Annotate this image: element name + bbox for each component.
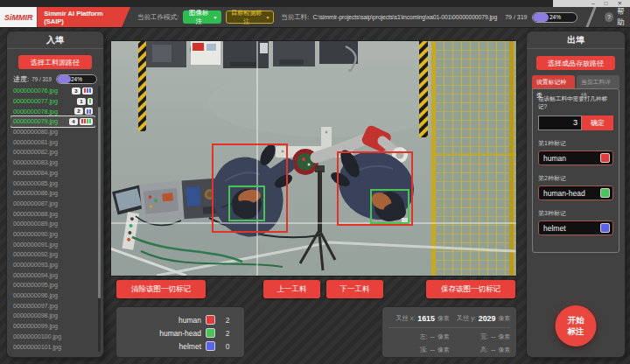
label-type-group: 第2种标记 human-head <box>538 174 613 200</box>
file-name: 0000000085.jpg <box>13 179 93 187</box>
file-name: 0000000086.jpg <box>13 189 93 197</box>
file-list-item[interactable]: 0000000095.jpg <box>10 280 95 290</box>
file-list-item[interactable]: 00000000100.jpg <box>10 332 95 342</box>
progress-label: 进度: <box>13 74 29 84</box>
file-name: 0000000092.jpg <box>13 250 93 258</box>
legend-color-swatch <box>206 341 215 351</box>
pixel-unit: 像素 <box>498 314 510 323</box>
file-list-item[interactable]: 0000000091.jpg <box>10 239 95 249</box>
label-name-input[interactable]: human-head <box>538 186 613 200</box>
label-color-swatch[interactable] <box>600 223 610 233</box>
save-all-marks-button[interactable]: 保存该图一切标记 <box>426 280 515 298</box>
image-canvas[interactable] <box>111 41 516 276</box>
progress-counter: 79 / 319 <box>505 14 527 20</box>
detection-annotation-mode-dropdown[interactable]: 目标检测标注 ▼ <box>226 10 274 24</box>
file-list-item[interactable]: 00000000101.jpg <box>10 341 95 352</box>
file-name: 0000000098.jpg <box>13 312 93 319</box>
start-annotation-button[interactable]: 开始 标注 <box>556 305 597 346</box>
label-legend: human 2 human-head 2 helmet 0 <box>116 307 244 357</box>
help-label: 帮助 <box>617 7 630 28</box>
file-list-item[interactable]: 0000000086.jpg <box>10 188 95 199</box>
file-list-item[interactable]: 0000000076.jpg 3 <box>10 86 95 96</box>
legend-label: helmet <box>125 342 201 351</box>
label-type-list: 第1种标记 human 第2种标记 human-head <box>538 139 613 235</box>
label-name-value: human <box>543 154 600 163</box>
file-list-scrollbar[interactable] <box>98 86 101 352</box>
legend-label: human-head <box>125 329 201 338</box>
label-color-swatch[interactable] <box>600 153 610 163</box>
hazard-pole-right <box>419 41 428 137</box>
label-type-group: 第1种标记 human <box>538 139 613 165</box>
label-type-caption: 第1种标记 <box>538 139 613 148</box>
progress-counter: 79 / 319 <box>32 76 52 82</box>
legend-count: 2 <box>220 316 235 325</box>
file-list-item[interactable]: 0000000081.jpg <box>10 136 95 147</box>
file-list-item[interactable]: 0000000085.jpg <box>10 178 95 188</box>
app-logo: SiMMIR <box>0 7 37 27</box>
right-panel-tabs: 设置标记种类 当前工料详情 <box>532 75 620 88</box>
file-name: 0000000093.jpg <box>13 261 93 269</box>
file-list-item[interactable]: 0000000098.jpg <box>10 311 95 321</box>
safety-fence <box>431 41 516 276</box>
annotation-color-chip <box>82 88 93 94</box>
file-name: 0000000094.jpg <box>13 271 93 279</box>
file-list-item[interactable]: 0000000092.jpg <box>10 249 95 260</box>
label-color-swatch[interactable] <box>600 188 610 198</box>
tab-set-label-types[interactable]: 设置标记种类 <box>532 75 575 88</box>
file-list-item[interactable]: 0000000082.jpg <box>10 147 95 158</box>
label-name-input[interactable]: helmet <box>538 220 613 235</box>
current-file-label: 当前工料: <box>281 13 309 22</box>
file-list-item[interactable]: 0000000096.jpg <box>10 290 95 301</box>
previous-item-button[interactable]: 上一工料 <box>263 280 320 298</box>
label-type-caption: 第3种标记 <box>538 209 613 218</box>
file-list-item[interactable]: 0000000088.jpg <box>10 208 95 219</box>
crosshair-y-value: 2029 <box>479 314 496 323</box>
camera-image <box>111 41 516 276</box>
pixel-unit: 像素 <box>438 332 450 341</box>
box-top-value: -- <box>430 346 435 354</box>
file-name: 0000000090.jpg <box>13 230 93 238</box>
label-count-input[interactable]: 3 <box>538 116 582 130</box>
work-mode-label: 当前工作模式: <box>137 13 178 22</box>
file-list-item[interactable]: 0000000080.jpg <box>10 127 95 137</box>
file-list-item[interactable]: 0000000094.jpg <box>10 270 95 280</box>
file-name: 0000000097.jpg <box>13 302 93 310</box>
file-list-item[interactable]: 0000000090.jpg <box>10 229 95 240</box>
file-list-item[interactable]: 0000000093.jpg <box>10 260 95 270</box>
coords-divider <box>388 327 510 328</box>
minimize-button[interactable]: – <box>592 0 595 7</box>
progress-percent: 24% <box>533 13 577 22</box>
select-output-path-button[interactable]: 选择成品存放路径 <box>536 56 615 70</box>
select-source-path-button[interactable]: 选择工料源路径 <box>18 55 92 69</box>
next-item-button[interactable]: 下一工料 <box>326 280 383 298</box>
file-name: 00000000101.jpg <box>13 343 93 351</box>
scrollbar-thumb[interactable] <box>98 107 101 298</box>
os-titlebar: – □ ✕ <box>0 0 630 7</box>
help-button[interactable]: ? 帮助 <box>605 7 630 28</box>
confirm-button[interactable]: 确定 <box>582 116 613 130</box>
label-type-group: 第3种标记 helmet <box>538 209 613 235</box>
file-name: 0000000079.jpg <box>13 117 67 125</box>
file-name: 0000000083.jpg <box>13 158 93 166</box>
file-list-item[interactable]: 0000000097.jpg <box>10 300 95 311</box>
file-list-item[interactable]: 0000000079.jpg 4 <box>10 116 95 127</box>
image-annotation-mode-dropdown[interactable]: 图像标注 ▼ <box>183 10 221 24</box>
file-list-item[interactable]: 0000000089.jpg <box>10 219 95 229</box>
file-name: 0000000076.jpg <box>13 87 70 94</box>
file-list-item[interactable]: 0000000083.jpg <box>10 158 95 168</box>
file-list-item[interactable]: 0000000077.jpg 1 <box>10 96 95 107</box>
clear-all-marks-button[interactable]: 清除该图一切标记 <box>116 280 206 298</box>
file-list-item[interactable]: 0000000084.jpg <box>10 168 95 178</box>
label-name-input[interactable]: human <box>538 150 613 165</box>
pixel-unit: 像素 <box>498 346 510 354</box>
legend-row: human 2 <box>125 313 235 326</box>
file-name: 0000000087.jpg <box>13 200 93 207</box>
file-name: 0000000088.jpg <box>13 210 93 218</box>
input-port-panel: 入埠 选择工料源路径 进度: 79 / 319 24% 0000000076.j… <box>7 32 103 357</box>
file-list-item[interactable]: 0000000078.jpg 2 <box>10 106 95 116</box>
coordinate-readout: 叉丝 x: 1615 像素 叉丝 y: 2029 像素 左: -- 像素 宽: … <box>382 307 516 357</box>
tab-current-item-details[interactable]: 当前工料详情 <box>577 75 620 88</box>
box-height-label: 高: <box>480 346 488 354</box>
file-list-item[interactable]: 0000000099.jpg <box>10 321 95 332</box>
file-list-item[interactable]: 0000000087.jpg <box>10 199 95 209</box>
